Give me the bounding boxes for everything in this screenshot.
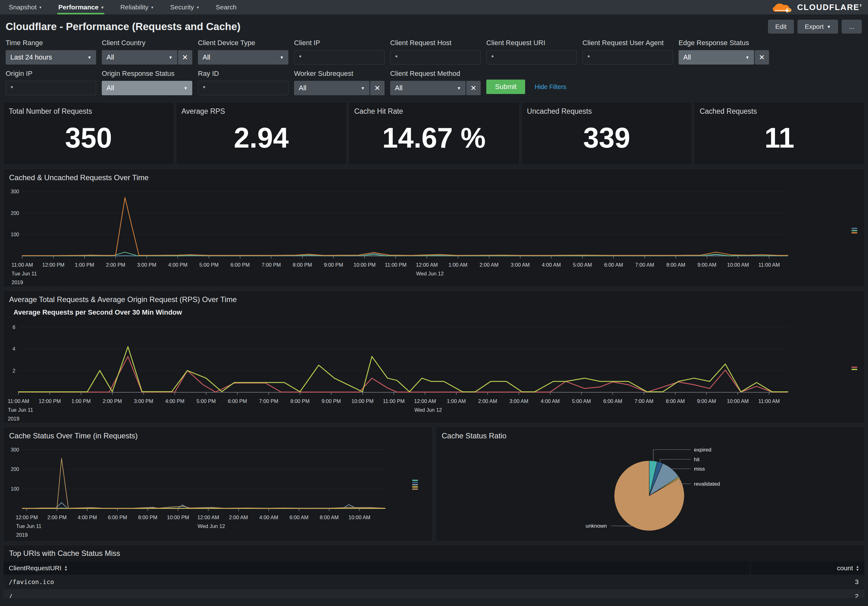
- title-bar: Cloudflare - Performance (Requests and C…: [0, 14, 868, 35]
- nav-item-reliability[interactable]: Reliability▾: [112, 0, 161, 14]
- svg-text:6:00 PM: 6:00 PM: [231, 262, 250, 267]
- svg-text:2019: 2019: [8, 416, 19, 421]
- filter-client-request-host: Client Request Host*: [390, 39, 480, 65]
- legend-item-total_requests[interactable]: [851, 232, 860, 233]
- legend-swatch: [412, 488, 418, 490]
- filter-worker-subrequest: Worker SubrequestAll▼✕: [294, 70, 384, 95]
- svg-text:5:00 PM: 5:00 PM: [197, 398, 216, 404]
- select-value: All: [395, 84, 402, 92]
- legend-item-unknown[interactable]: [412, 488, 420, 490]
- svg-text:9:00 PM: 9:00 PM: [324, 262, 343, 267]
- legend-item-uncached_requests[interactable]: [851, 230, 860, 231]
- filter-control: All▼✕: [390, 81, 480, 95]
- svg-text:12:00 PM: 12:00 PM: [42, 262, 65, 267]
- panel-title: Average Total Requests & Average Origin …: [3, 291, 865, 305]
- legend-item-avg_origin_requests[interactable]: [851, 367, 860, 368]
- chart-plot-area[interactable]: 10020030011:00 AMTue Jun 11201912:00 PM1…: [3, 184, 865, 287]
- edit-button[interactable]: Edit: [768, 20, 794, 34]
- more-button[interactable]: ...: [842, 20, 862, 34]
- legend-item-cached_requests[interactable]: [851, 228, 860, 229]
- title-buttons: Edit Export▼ ...: [768, 20, 862, 34]
- filter-row-1: Time RangeLast 24 hours▼Client CountryAl…: [6, 39, 862, 70]
- chart-plot-area[interactable]: 24611:00 AMTue Jun 11201912:00 PM1:00 PM…: [3, 319, 865, 423]
- select-value: All: [107, 84, 114, 92]
- clear-filter-button[interactable]: ✕: [178, 50, 192, 65]
- filter-select[interactable]: All▼: [102, 50, 177, 65]
- filter-input[interactable]: *: [486, 50, 577, 65]
- nav-item-performance[interactable]: Performance▾: [50, 0, 112, 14]
- filter-input[interactable]: *: [583, 50, 673, 65]
- svg-text:10:00 AM: 10:00 AM: [349, 514, 370, 520]
- filter-input[interactable]: *: [294, 50, 384, 65]
- svg-text:1:00 PM: 1:00 PM: [71, 398, 90, 404]
- sort-icon: ▲▼: [856, 565, 859, 571]
- column-header-count[interactable]: count ▲▼: [751, 561, 865, 575]
- filter-client-device-type: Client Device TypeAll▼: [198, 39, 288, 65]
- svg-text:8:00 AM: 8:00 AM: [320, 514, 339, 520]
- filter-select[interactable]: All▼: [198, 50, 288, 65]
- stat-panels-row: Total Number of Requests350Average RPS2.…: [3, 102, 865, 165]
- filter-select[interactable]: All▼: [390, 81, 466, 95]
- series-unknown: [22, 458, 385, 508]
- clear-filter-button[interactable]: ✕: [370, 81, 384, 95]
- filter-client-country: Client CountryAll▼✕: [102, 39, 192, 65]
- filter-select[interactable]: All▼: [294, 81, 369, 95]
- cache-status-chart[interactable]: 10020030012:00 PMTue Jun 1120192:00 PM4:…: [3, 442, 432, 541]
- legend-item-hit[interactable]: [412, 482, 420, 483]
- chevron-down-icon: ▼: [87, 55, 91, 60]
- filter-input[interactable]: *: [390, 50, 480, 65]
- filter-select[interactable]: All▼: [102, 81, 192, 95]
- cache-status-ratio-pie[interactable]: expiredhitmissrevalidatedunknown: [436, 442, 865, 541]
- legend-item-miss[interactable]: [412, 484, 420, 485]
- filter-select[interactable]: All▼: [679, 50, 754, 65]
- svg-text:4:00 AM: 4:00 AM: [542, 262, 561, 267]
- legend-swatch: [412, 484, 418, 485]
- legend-item-avg_total_requests[interactable]: [851, 369, 860, 370]
- chart-legend: [851, 228, 860, 233]
- filter-input[interactable]: *: [6, 81, 96, 95]
- column-header-clientrequesturi[interactable]: ClientRequestURI ▲▼: [3, 561, 749, 575]
- chevron-down-icon: ▼: [280, 55, 284, 60]
- pie-label-revalidated: revalidated: [694, 481, 720, 487]
- nav-item-label: Performance: [58, 3, 98, 11]
- requests-over-time-chart[interactable]: 10020030011:00 AMTue Jun 11201912:00 PM1…: [3, 184, 865, 287]
- svg-text:3:00 PM: 3:00 PM: [134, 398, 153, 404]
- svg-text:8:00 PM: 8:00 PM: [290, 398, 309, 404]
- stat-panel-uncached-requests: Uncached Requests339: [521, 102, 692, 165]
- export-button[interactable]: Export▼: [798, 20, 838, 34]
- chart-plot-area[interactable]: 10020030012:00 PMTue Jun 1120192:00 PM4:…: [3, 442, 432, 541]
- chevron-down-icon: ▼: [183, 86, 188, 90]
- legend-item-expired[interactable]: [412, 480, 420, 481]
- average-rps-chart[interactable]: 24611:00 AMTue Jun 11201912:00 PM1:00 PM…: [3, 319, 865, 423]
- filter-label: Time Range: [6, 39, 96, 47]
- filter-select[interactable]: Last 24 hours▼: [6, 50, 96, 65]
- table-body: /favicon.ico3/2: [3, 575, 865, 598]
- nav-item-snapshot[interactable]: Snapshot▾: [6, 0, 50, 14]
- stat-value: 2.94: [176, 111, 347, 165]
- pie-plot-area[interactable]: expiredhitmissrevalidatedunknown: [436, 442, 865, 541]
- clear-filter-button[interactable]: ✕: [755, 50, 769, 65]
- filter-input[interactable]: *: [198, 81, 288, 95]
- submit-button[interactable]: Submit: [486, 79, 525, 94]
- hide-filters-link[interactable]: Hide Filters: [535, 83, 566, 90]
- clear-filter-button[interactable]: ✕: [466, 81, 480, 95]
- nav-item-security[interactable]: Security▾: [162, 0, 207, 14]
- svg-text:2:00 PM: 2:00 PM: [103, 398, 122, 404]
- legend-item-revalidated[interactable]: [412, 486, 420, 488]
- filter-label: Origin Response Status: [102, 70, 192, 78]
- cloudflare-wordmark: CLOUDFLARE’: [797, 3, 862, 12]
- stat-value: 14.67 %: [349, 111, 519, 165]
- series-total_requests: [22, 197, 788, 255]
- legend-swatch: [851, 367, 857, 368]
- cloudflare-logo[interactable]: CLOUDFLARE’: [772, 0, 862, 14]
- pie-label-miss: miss: [694, 466, 705, 472]
- nav-item-search[interactable]: Search: [207, 0, 245, 14]
- table-title: Top URIs with Cache Status Miss: [3, 545, 865, 561]
- svg-text:200: 200: [11, 211, 19, 216]
- panel-title: Cache Status Over Time (in Requests): [3, 427, 432, 441]
- input-value: *: [11, 85, 13, 92]
- svg-text:2:00 PM: 2:00 PM: [47, 514, 67, 520]
- svg-text:8:00 PM: 8:00 PM: [293, 262, 312, 267]
- filter-control: *: [390, 50, 480, 65]
- svg-text:2:00 AM: 2:00 AM: [480, 262, 499, 267]
